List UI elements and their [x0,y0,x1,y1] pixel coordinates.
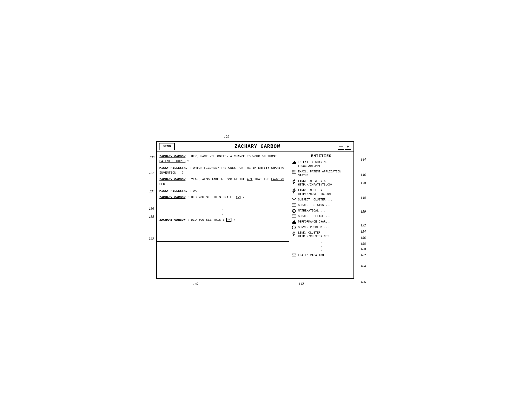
text-136: : OK [189,189,197,193]
sender-139: ZACHARY GARBOW [160,218,185,222]
header-row: SEND ZACHARY GARBOW — + [157,142,354,152]
ref-144: 144 [361,158,366,162]
left-panel: ZACHARY GARBOW : HEY, HAVE YOU GOTTEN A … [157,152,289,278]
entity-text-10: LINK: CLUSTER HTTP://CLUSTER.NET [298,231,351,239]
ref-148: 148 [361,196,366,200]
entity-text-5: SUBJECT: STATUS ... [298,203,351,207]
text-132b: FIGURES [204,166,217,170]
svg-line-11 [294,170,296,172]
circle-icon: i [291,209,296,213]
window-title: ZACHARY GARBOW [177,144,338,150]
email-icon-138 [236,196,243,199]
maximize-button[interactable]: + [345,144,351,150]
ref-158: 158 [361,242,366,246]
entity-item-9[interactable]: i SERVER PROBLEM ... [291,225,351,229]
sender-134: ZACHARY GARBOW [160,178,185,181]
ref-132: 132 [149,171,154,175]
entity-item-0[interactable]: IM ENTITY SHARING FLOWCHART.PPT [291,160,351,168]
entities-ellipsis: ··· [291,240,351,253]
text-132e: ? [176,171,183,174]
chat-ellipsis: ··· [160,202,286,217]
entity-list: IM ENTITY SHARING FLOWCHART.PPT EMAIL: P… [291,160,351,257]
window-controls: — + [338,144,351,150]
ref-150: 150 [361,210,366,214]
entity-text-7: SUBJECT: PLEASE ... [298,215,351,218]
entity-text-3: LINK: IM CLIENT HTTP://NONE.ETC.COM [298,188,351,196]
ref-130: 130 [149,155,155,159]
text-132c: ? THE ONES FOR THE [217,166,253,170]
ref-154: 154 [361,230,366,233]
text-139b: ? [233,218,235,222]
message-139: ZACHARY GARBOW : DID YOU SEE THIS : [160,218,286,223]
email-icon-139 [226,218,233,222]
ref-156: 156 [361,236,366,240]
email-icon [291,215,296,218]
ref-136: 136 [149,207,154,210]
entity-text-12: EMAIL: VACATION... [298,254,351,257]
text-134e: SENT. [160,182,169,186]
text-138a: : DID YOU SEE THIS EMAIL: [187,196,236,199]
entity-item-8[interactable]: PERFORMANCE CHAR... [291,220,351,224]
svg-text:i: i [293,210,295,212]
chat-area: ZACHARY GARBOW : HEY, HAVE YOU GOTTEN A … [157,152,289,242]
entity-item-5[interactable]: SUBJECT: STATUS ... [291,203,351,207]
message-138: ZACHARY GARBOW : DID YOU SEE THIS EMAIL: [160,195,286,200]
ref-128: 128 [361,181,366,185]
text-132a: : WHICH [189,166,204,170]
ref-164: 164 [361,264,366,268]
svg-text:i: i [293,227,295,229]
entity-text-9: SERVER PROBLEM ... [298,225,351,229]
entity-text-6: MATHEMATICAL ... [298,209,351,213]
ref-166: 166 [361,280,366,284]
email-icon [291,198,296,201]
lightning-icon [291,188,296,194]
sender-136: MISKY HILLESTAD [160,189,188,193]
main-window: SEND ZACHARY GARBOW — + ZACHARY GARBOW :… [156,141,354,279]
entity-item-3[interactable]: LINK: IM CLIENT HTTP://NONE.ETC.COM [291,188,351,196]
message-input-area[interactable] [157,242,289,278]
entity-item-4[interactable]: SUBJECT: CLUSTER ... [291,198,351,202]
lightning-icon [291,231,296,236]
bar-chart-icon [291,160,296,164]
minimize-button[interactable]: — [338,144,344,150]
entities-panel: ENTITIES IM ENTITY SHARING FLOWCHART.PPT… [289,152,354,278]
entity-item-6[interactable]: i MATHEMATICAL ... [291,209,351,213]
email-icon [291,203,296,207]
circle-icon: i [291,225,296,229]
entity-item-1[interactable]: EMAIL: PATENT APPLICATION STATUS [291,170,351,178]
entity-text-1: EMAIL: PATENT APPLICATION STATUS [298,170,351,178]
text-134d: LAWYERS [271,178,284,181]
text-134c: THAT THE [253,178,271,181]
text-134a: : YEAH, ALSO TAKE A LOOK AT THE [187,178,247,181]
text-130a: : HEY, HAVE YOU GOTTEN A CHANCE TO WORK … [187,155,277,158]
ref-134: 134 [149,189,155,193]
ref-146: 146 [361,173,366,177]
ref-129: 129 [224,135,229,139]
email-icon [291,254,296,257]
text-138b: ? [243,196,244,199]
message-textarea[interactable] [159,244,286,276]
message-130: ZACHARY GARBOW : HEY, HAVE YOU GOTTEN A … [160,154,286,164]
entity-item-2[interactable]: LINK: IM PATENTS HTTP://IMPATENTS.COM [291,179,351,187]
message-134: ZACHARY GARBOW : YEAH, ALSO TAKE A LOOK … [160,177,286,187]
ref-138: 138 [149,215,154,219]
hatch-icon [291,170,296,173]
ref-140: 140 [193,282,198,286]
text-139a: : DID YOU SEE THIS : [187,218,226,222]
lightning-icon [291,179,296,184]
entity-text-0: IM ENTITY SHARING FLOWCHART.PPT [298,160,351,168]
entity-item-10[interactable]: LINK: CLUSTER HTTP://CLUSTER.NET [291,231,351,239]
ref-142: 142 [299,282,304,286]
message-136: MISKY HILLESTAD : OK [160,189,286,194]
entity-text-2: LINK: IM PATENTS HTTP://IMPATENTS.COM [298,179,351,187]
text-130c: ? [185,159,189,163]
text-130b: PATENT FIGURES [160,159,185,163]
text-134b: ART [247,178,252,181]
ref-139: 139 [149,237,154,240]
send-button[interactable]: SEND [159,143,175,150]
ref-162: 162 [361,253,366,257]
entity-item-12[interactable]: EMAIL: VACATION... [291,254,351,257]
entity-item-7[interactable]: SUBJECT: PLEASE ... [291,215,351,218]
bar-chart-icon [291,220,296,224]
sender-130: ZACHARY GARBOW [160,155,185,158]
